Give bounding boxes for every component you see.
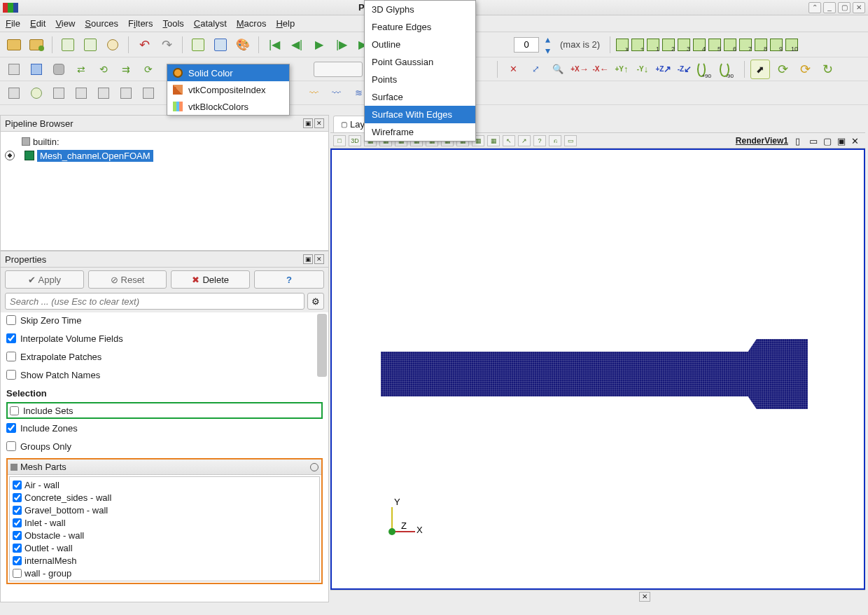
color-option-vtkCompositeIndex[interactable]: vtkCompositeIndex [167,81,289,98]
mini-tool-1[interactable]: 3D [349,135,361,146]
camera-preset-6[interactable]: 6 [724,39,736,51]
pipeline-root[interactable]: builtin: [5,134,324,148]
menu-view[interactable]: View [55,18,75,29]
mini-tool-14[interactable]: ⎌ [549,135,561,146]
repr-option-3d-glyphs[interactable]: 3D Glyphs [365,1,475,18]
cube-tool-3[interactable] [49,60,69,79]
range-tool-4[interactable]: ⟳ [139,60,158,79]
redo-button[interactable]: ↷ [157,35,176,55]
contour-button[interactable] [27,83,46,103]
plus-x-button[interactable]: +X→ [570,60,589,78]
window-minimize-icon[interactable]: _ [823,2,836,13]
next-frame-button[interactable]: |▶ [332,35,351,55]
zoom-data-button[interactable]: 🔍 [548,60,568,79]
mesh-part-row[interactable]: wall - group [13,567,316,579]
pipeline-item[interactable]: Mesh_channel.OpenFOAM [5,148,324,163]
pipeline-browser[interactable]: builtin: Mesh_channel.OpenFOAM [0,132,329,251]
camera-preset-2[interactable]: 2 [662,39,675,51]
camera-preset-3[interactable]: 3 [678,39,690,51]
mini-tool-13[interactable]: ? [533,135,546,146]
repr-option-surface[interactable]: Surface [365,88,475,106]
representation-menu[interactable]: 3D GlyphsFeature EdgesOutlinePoint Gauss… [364,0,476,141]
camera-preset-10[interactable]: 10 [785,39,798,51]
open-button[interactable] [4,35,24,55]
menu-file[interactable]: File [6,18,20,29]
glyph-button[interactable] [139,83,158,103]
mesh-part-row[interactable]: internalMesh [13,554,316,567]
pipeline-close-icon[interactable]: ✕ [314,118,324,128]
color-option-Solid Color[interactable]: Solid Color [167,64,289,81]
time-down[interactable]: ▾ [542,45,553,56]
mini-tool-15[interactable]: ▭ [564,135,577,146]
window-maximize-icon[interactable]: ▢ [838,2,850,13]
mini-tool-0[interactable]: □ [333,135,346,146]
mini-tool-11[interactable]: ↖ [503,135,515,146]
mesh-part-checkbox[interactable] [13,493,22,502]
plus-y-button[interactable]: +Y↑ [612,60,631,78]
undo-button[interactable]: ↶ [134,35,154,55]
axis-toggle-button[interactable]: ⬈ [750,60,770,79]
menu-catalyst[interactable]: Catalyst [194,18,227,29]
extrap-row[interactable]: Extrapolate Patches [6,347,323,366]
eye-icon[interactable] [5,151,15,160]
camera-preset-7[interactable]: 7 [739,39,752,51]
advanced-gear-icon[interactable]: ⚙ [307,293,324,310]
wave-2-button[interactable]: 〰 [326,83,346,103]
camera-preset-+[interactable]: + [631,39,644,51]
range-tool-1[interactable]: ⇄ [71,60,91,79]
reset-button[interactable]: ⊘Reset [88,270,167,289]
minus-x-button[interactable]: -X← [592,60,610,78]
color-option-vtkBlockColors[interactable]: vtkBlockColors [167,98,289,115]
rotate-90n-button[interactable]: -90 [719,60,738,79]
groups-only-row[interactable]: Groups Only [6,437,323,455]
properties-body[interactable]: Skip Zero Time Interpolate Volume Fields… [0,312,329,602]
properties-close-icon[interactable]: ✕ [314,254,324,264]
calculator-button[interactable] [4,83,24,103]
save-button[interactable] [27,35,46,55]
advanced-icon[interactable] [310,463,318,471]
help-button[interactable]: ? [254,270,324,289]
camera-preset-9[interactable]: 9 [770,39,783,51]
menu-sources[interactable]: Sources [85,18,118,29]
properties-float-icon[interactable]: ▣ [303,254,313,264]
mesh-part-checkbox[interactable] [13,506,22,515]
split-h-icon[interactable]: ▯ [795,136,806,146]
prev-frame-button[interactable]: ◀| [287,35,307,55]
cube-tool-2[interactable] [27,60,46,79]
mesh-part-row[interactable]: Concrete_sides - wall [13,491,316,504]
component-combo[interactable] [314,62,363,77]
patchnames-row[interactable]: Show Patch Names [6,366,323,384]
camera-preset-1[interactable]: 1 [647,39,659,51]
autoapply-button[interactable] [188,35,208,55]
wave-1-button[interactable]: 〰 [304,83,323,103]
mesh-part-row[interactable]: Gravel_bottom - wall [13,504,316,516]
render-viewport[interactable]: Y X Z [330,148,865,590]
repr-option-surface-with-edges[interactable]: Surface With Edges [365,106,475,123]
delete-button[interactable]: ✖Delete [171,270,250,289]
skip-zero-row[interactable]: Skip Zero Time [6,312,323,329]
mesh-part-checkbox[interactable] [13,544,22,553]
include-sets-row[interactable]: Include Sets [6,402,323,419]
cube-tool-1[interactable] [4,60,24,79]
threshold-button[interactable] [94,83,113,103]
range-tool-3[interactable]: ⇉ [116,60,136,79]
pipeline-float-icon[interactable]: ▣ [303,118,313,128]
mini-tool-10[interactable]: ▦ [487,135,500,146]
range-tool-2[interactable]: ⟲ [94,60,113,79]
refresh-1-button[interactable]: ⟳ [773,60,792,79]
repr-option-outline[interactable]: Outline [365,36,475,53]
rotate-90p-button[interactable]: +90 [696,60,716,79]
camera-preset-x[interactable]: x [616,39,629,51]
mesh-part-checkbox[interactable] [13,556,22,565]
repr-option-feature-edges[interactable]: Feature Edges [365,18,475,36]
window-close-icon[interactable]: ✕ [853,2,865,13]
camera-preset-8[interactable]: 8 [755,39,767,51]
camera-preset-4[interactable]: 4 [693,39,706,51]
mesh-part-row[interactable]: Inlet - wall [13,516,316,529]
scrollbar-thumb[interactable] [317,314,327,377]
close-view-icon[interactable]: ✕ [851,136,862,146]
extract-button[interactable] [116,83,136,103]
mesh-part-row[interactable]: Obstacle - wall [13,529,316,541]
minus-y-button[interactable]: -Y↓ [634,60,652,78]
time-up[interactable]: ▴ [542,34,553,45]
